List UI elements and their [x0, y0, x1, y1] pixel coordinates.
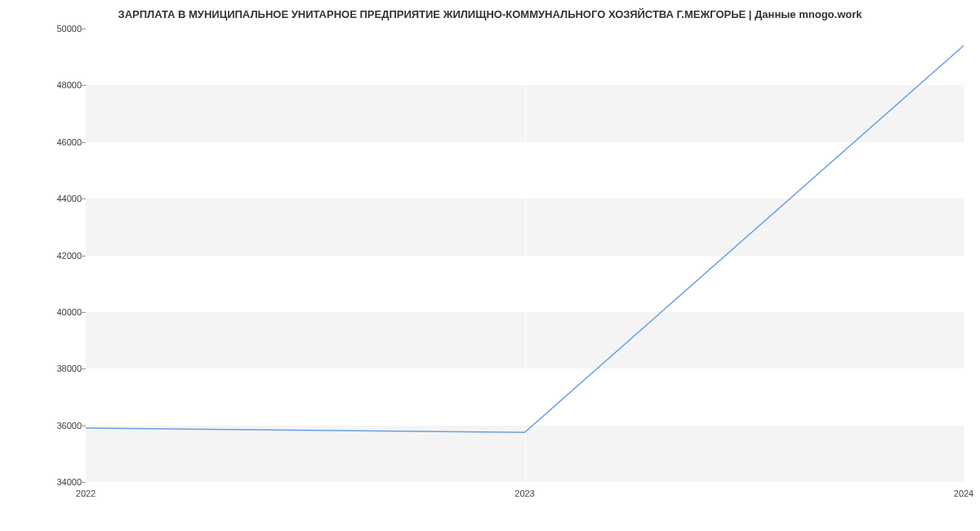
y-tick-label: 36000 — [56, 421, 82, 431]
y-tick-label: 40000 — [56, 307, 82, 317]
y-tick-label: 34000 — [56, 477, 82, 487]
salary-chart: ЗАРПЛАТА В МУНИЦИПАЛЬНОЕ УНИТАРНОЕ ПРЕДП… — [0, 0, 980, 531]
plot-area — [86, 29, 964, 482]
y-tick-label: 46000 — [56, 137, 82, 147]
y-tick-label: 38000 — [56, 364, 82, 373]
line-layer — [86, 29, 964, 482]
chart-title: ЗАРПЛАТА В МУНИЦИПАЛЬНОЕ УНИТАРНОЕ ПРЕДП… — [0, 8, 980, 20]
y-tick-label: 42000 — [56, 251, 82, 261]
x-tick-label: 2022 — [76, 489, 96, 498]
data-line — [86, 46, 964, 432]
y-tick-label: 44000 — [56, 194, 82, 203]
y-tick-label: 50000 — [56, 24, 82, 33]
y-tick-label: 48000 — [56, 80, 82, 90]
x-tick-label: 2024 — [954, 489, 973, 498]
x-tick-label: 2023 — [514, 489, 534, 498]
